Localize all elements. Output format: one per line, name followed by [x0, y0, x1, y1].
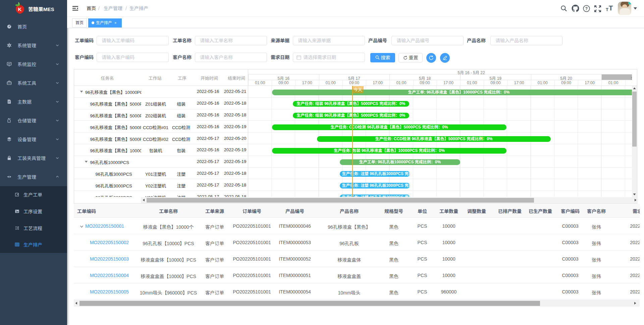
svg-text:?: ?: [585, 6, 588, 11]
svg-text:K: K: [18, 6, 22, 12]
